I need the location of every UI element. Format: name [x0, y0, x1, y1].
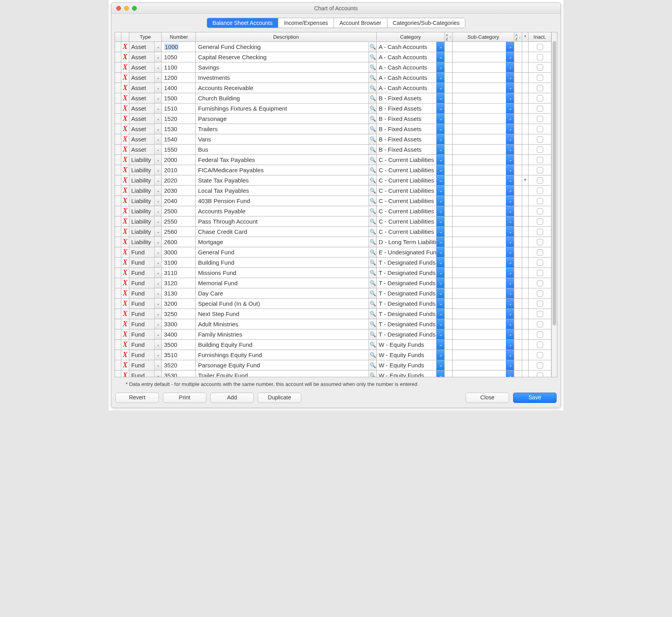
inactive-checkbox[interactable] — [529, 206, 551, 216]
inactive-checkbox[interactable] — [529, 299, 551, 308]
default-marker[interactable] — [522, 309, 529, 319]
subcategory-select[interactable]: ⌄ — [453, 93, 514, 103]
delete-row-icon[interactable]: X — [121, 247, 129, 257]
search-icon[interactable]: 🔍 — [368, 114, 376, 124]
inactive-checkbox[interactable] — [529, 124, 551, 134]
search-icon[interactable]: 🔍 — [368, 103, 376, 113]
category-select[interactable]: A - Cash Accounts ⌄ — [377, 62, 445, 72]
category-select[interactable]: B - Fixed Assets ⌄ — [377, 93, 445, 103]
chevron-down-icon[interactable]: ⌄ — [154, 309, 161, 319]
chevron-down-icon[interactable]: ⌄ — [506, 227, 514, 237]
description-input[interactable]: Federal Tax Payables — [196, 156, 368, 163]
row-handle[interactable] — [115, 371, 121, 377]
chevron-down-icon[interactable]: ⌄ — [154, 124, 161, 134]
inactive-checkbox[interactable] — [529, 62, 551, 72]
default-marker[interactable] — [522, 237, 529, 247]
description-input[interactable]: Pass Through Account — [196, 218, 368, 225]
chevron-down-icon[interactable]: ⌄ — [506, 350, 514, 360]
chevron-down-icon[interactable]: ⌄ — [436, 83, 444, 93]
chevron-down-icon[interactable]: ⌄ — [506, 134, 514, 144]
inactive-checkbox[interactable] — [529, 319, 551, 329]
header-type[interactable]: Type — [129, 32, 162, 41]
number-input[interactable]: 3100 — [162, 258, 196, 267]
row-handle[interactable] — [115, 206, 121, 216]
description-input[interactable]: Mortgage — [196, 239, 368, 245]
row-handle[interactable] — [115, 329, 121, 339]
number-input[interactable]: 2030 — [162, 186, 196, 196]
chevron-down-icon[interactable]: ⌄ — [154, 206, 161, 216]
chevron-down-icon[interactable]: ⌄ — [506, 52, 514, 62]
row-handle[interactable] — [115, 350, 121, 360]
default-marker[interactable] — [522, 114, 529, 124]
number-input[interactable]: 1540 — [162, 134, 196, 144]
number-input[interactable]: 3130 — [162, 288, 196, 298]
category-select[interactable]: C - Current Liabilities ⌄ — [377, 175, 445, 185]
chevron-down-icon[interactable]: ⌄ — [154, 155, 161, 165]
subcategory-select[interactable]: ⌄ — [453, 258, 514, 267]
description-input[interactable]: Day Care — [196, 290, 368, 297]
delete-row-icon[interactable]: X — [121, 165, 129, 175]
search-icon[interactable]: 🔍 — [368, 83, 376, 93]
delete-row-icon[interactable]: X — [121, 52, 129, 62]
delete-row-icon[interactable]: X — [121, 155, 129, 165]
duplicate-button[interactable]: Duplicate — [258, 393, 301, 403]
chevron-down-icon[interactable]: ⌄ — [154, 93, 161, 103]
number-input[interactable]: 1510 — [162, 103, 196, 113]
chevron-down-icon[interactable]: ⌄ — [436, 258, 444, 267]
search-icon[interactable]: 🔍 — [368, 299, 376, 308]
description-input[interactable]: General Fund Checking — [196, 43, 368, 50]
inactive-checkbox[interactable] — [529, 268, 551, 278]
type-select[interactable]: Liability ⌄ — [129, 155, 162, 165]
row-handle[interactable] — [115, 288, 121, 298]
row-handle[interactable] — [115, 103, 121, 113]
row-handle[interactable] — [115, 216, 121, 226]
delete-row-icon[interactable]: X — [121, 73, 129, 83]
number-input[interactable]: 3000 — [162, 247, 196, 257]
default-marker[interactable] — [522, 134, 529, 144]
default-marker[interactable] — [522, 360, 529, 370]
subcategory-select[interactable]: ⌄ — [453, 268, 514, 278]
type-select[interactable]: Fund ⌄ — [129, 360, 162, 370]
type-select[interactable]: Fund ⌄ — [129, 319, 162, 329]
category-select[interactable]: C - Current Liabilities ⌄ — [377, 216, 445, 226]
chevron-down-icon[interactable]: ⌄ — [154, 186, 161, 196]
row-handle[interactable] — [115, 237, 121, 247]
type-select[interactable]: Fund ⌄ — [129, 299, 162, 308]
chevron-down-icon[interactable]: ⌄ — [436, 186, 444, 196]
search-icon[interactable]: 🔍 — [368, 237, 376, 247]
inactive-checkbox[interactable] — [529, 42, 551, 52]
row-handle[interactable] — [115, 62, 121, 72]
category-select[interactable]: T - Designated Funds ⌄ — [377, 258, 445, 267]
delete-row-icon[interactable]: X — [121, 288, 129, 298]
chevron-down-icon[interactable]: ⌄ — [436, 299, 444, 308]
description-input[interactable]: FICA/Medicare Payables — [196, 167, 368, 173]
search-icon[interactable]: 🔍 — [368, 62, 376, 72]
default-marker[interactable] — [522, 165, 529, 175]
type-select[interactable]: Asset ⌄ — [129, 73, 162, 83]
type-select[interactable]: Liability ⌄ — [129, 216, 162, 226]
number-input[interactable]: 3300 — [162, 319, 196, 329]
row-handle[interactable] — [115, 258, 121, 267]
category-select[interactable]: D - Long Term Liabilities ⌄ — [377, 237, 445, 247]
vertical-scrollbar[interactable] — [551, 32, 557, 377]
chevron-down-icon[interactable]: ⌄ — [154, 196, 161, 206]
inactive-checkbox[interactable] — [529, 83, 551, 93]
type-select[interactable]: Asset ⌄ — [129, 52, 162, 62]
chevron-down-icon[interactable]: ⌄ — [506, 340, 514, 350]
inactive-checkbox[interactable] — [529, 93, 551, 103]
description-input[interactable]: State Tax Payables — [196, 177, 368, 184]
subcategory-select[interactable]: ⌄ — [453, 175, 514, 185]
row-handle[interactable] — [115, 83, 121, 93]
chevron-down-icon[interactable]: ⌄ — [154, 73, 161, 83]
search-icon[interactable]: 🔍 — [368, 175, 376, 185]
chevron-down-icon[interactable]: ⌄ — [436, 175, 444, 185]
delete-row-icon[interactable]: X — [121, 145, 129, 154]
description-input[interactable]: Local Tax Payables — [196, 187, 368, 194]
description-input[interactable]: Investments — [196, 74, 368, 81]
subcategory-select[interactable]: ⌄ — [453, 83, 514, 93]
number-input[interactable]: 3510 — [162, 350, 196, 360]
header-sort-category-icon[interactable]: AZ↓ — [445, 32, 453, 41]
chevron-down-icon[interactable]: ⌄ — [506, 62, 514, 72]
type-select[interactable]: Fund ⌄ — [129, 268, 162, 278]
number-input[interactable]: 1050 — [162, 52, 196, 62]
